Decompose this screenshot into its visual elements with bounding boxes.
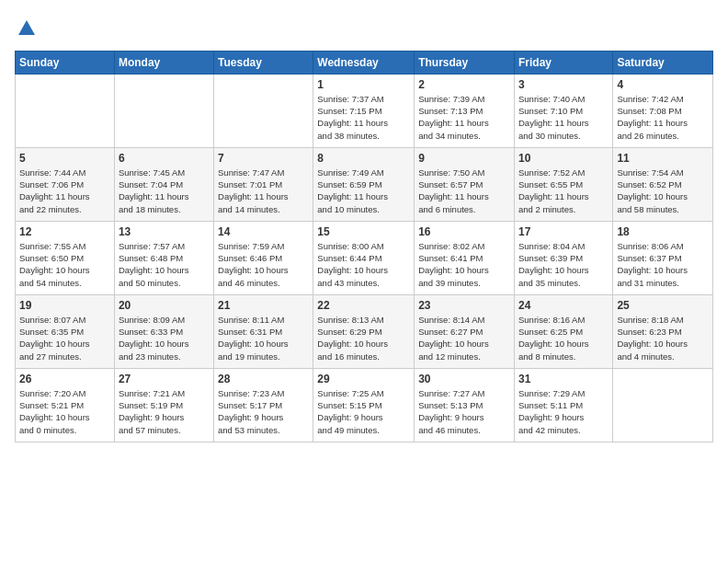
day-info: Sunrise: 7:54 AM Sunset: 6:52 PM Dayligh…	[617, 167, 709, 215]
calendar-cell: 19Sunrise: 8:07 AM Sunset: 6:35 PM Dayli…	[16, 294, 115, 368]
calendar-cell: 24Sunrise: 8:16 AM Sunset: 6:25 PM Dayli…	[514, 294, 612, 368]
day-of-week-friday: Friday	[514, 51, 612, 74]
day-number: 16	[418, 225, 510, 238]
calendar-cell	[114, 74, 213, 147]
day-info: Sunrise: 8:18 AM Sunset: 6:23 PM Dayligh…	[617, 314, 709, 362]
calendar-cell: 9Sunrise: 7:50 AM Sunset: 6:57 PM Daylig…	[415, 147, 515, 221]
day-info: Sunrise: 7:39 AM Sunset: 7:13 PM Dayligh…	[418, 93, 510, 142]
day-info: Sunrise: 8:00 AM Sunset: 6:44 PM Dayligh…	[317, 240, 410, 289]
day-number: 26	[19, 373, 110, 385]
day-info: Sunrise: 7:37 AM Sunset: 7:15 PM Dayligh…	[317, 93, 410, 142]
day-info: Sunrise: 7:45 AM Sunset: 7:04 PM Dayligh…	[119, 167, 210, 215]
day-info: Sunrise: 7:49 AM Sunset: 6:59 PM Dayligh…	[317, 167, 410, 215]
calendar-week-row: 5Sunrise: 7:44 AM Sunset: 7:06 PM Daylig…	[16, 147, 713, 221]
calendar-cell: 29Sunrise: 7:25 AM Sunset: 5:15 PM Dayli…	[313, 368, 415, 442]
day-number: 24	[518, 299, 609, 312]
calendar-cell: 10Sunrise: 7:52 AM Sunset: 6:55 PM Dayli…	[514, 147, 612, 221]
day-info: Sunrise: 7:21 AM Sunset: 5:19 PM Dayligh…	[119, 387, 210, 436]
calendar-cell: 7Sunrise: 7:47 AM Sunset: 7:01 PM Daylig…	[214, 147, 313, 221]
calendar-cell: 4Sunrise: 7:42 AM Sunset: 7:08 PM Daylig…	[613, 74, 713, 147]
day-of-week-monday: Monday	[114, 51, 213, 74]
calendar-week-row: 1Sunrise: 7:37 AM Sunset: 7:15 PM Daylig…	[16, 74, 713, 147]
day-info: Sunrise: 7:52 AM Sunset: 6:55 PM Dayligh…	[518, 167, 609, 215]
calendar-cell	[214, 74, 313, 147]
day-number: 29	[317, 373, 410, 385]
svg-marker-0	[18, 20, 35, 35]
calendar-cell: 27Sunrise: 7:21 AM Sunset: 5:19 PM Dayli…	[114, 368, 213, 442]
day-number: 28	[218, 373, 309, 385]
calendar-cell: 6Sunrise: 7:45 AM Sunset: 7:04 PM Daylig…	[114, 147, 213, 221]
day-info: Sunrise: 7:57 AM Sunset: 6:48 PM Dayligh…	[119, 240, 210, 289]
day-number: 10	[518, 152, 609, 165]
day-info: Sunrise: 8:16 AM Sunset: 6:25 PM Dayligh…	[518, 314, 609, 362]
calendar-cell: 28Sunrise: 7:23 AM Sunset: 5:17 PM Dayli…	[214, 368, 313, 442]
day-info: Sunrise: 7:40 AM Sunset: 7:10 PM Dayligh…	[518, 93, 609, 142]
day-info: Sunrise: 8:13 AM Sunset: 6:29 PM Dayligh…	[317, 314, 410, 362]
day-info: Sunrise: 8:07 AM Sunset: 6:35 PM Dayligh…	[19, 314, 110, 362]
day-of-week-tuesday: Tuesday	[214, 51, 313, 74]
calendar-cell: 30Sunrise: 7:27 AM Sunset: 5:13 PM Dayli…	[415, 368, 515, 442]
day-info: Sunrise: 7:20 AM Sunset: 5:21 PM Dayligh…	[19, 387, 110, 436]
calendar-cell: 21Sunrise: 8:11 AM Sunset: 6:31 PM Dayli…	[214, 294, 313, 368]
calendar-cell: 13Sunrise: 7:57 AM Sunset: 6:48 PM Dayli…	[114, 221, 213, 294]
day-info: Sunrise: 7:29 AM Sunset: 5:11 PM Dayligh…	[518, 387, 609, 436]
calendar-cell: 31Sunrise: 7:29 AM Sunset: 5:11 PM Dayli…	[514, 368, 612, 442]
day-number: 9	[418, 152, 510, 165]
day-number: 13	[119, 225, 210, 238]
day-number: 11	[617, 152, 709, 165]
day-info: Sunrise: 7:59 AM Sunset: 6:46 PM Dayligh…	[218, 240, 309, 289]
day-number: 3	[518, 78, 609, 91]
day-number: 19	[19, 299, 110, 312]
calendar-cell: 2Sunrise: 7:39 AM Sunset: 7:13 PM Daylig…	[415, 74, 515, 147]
day-number: 2	[418, 78, 510, 91]
days-header-row: SundayMondayTuesdayWednesdayThursdayFrid…	[16, 51, 713, 74]
day-info: Sunrise: 7:42 AM Sunset: 7:08 PM Dayligh…	[617, 93, 709, 142]
calendar-cell: 15Sunrise: 8:00 AM Sunset: 6:44 PM Dayli…	[313, 221, 415, 294]
day-number: 21	[218, 299, 309, 312]
day-number: 23	[418, 299, 510, 312]
day-of-week-wednesday: Wednesday	[313, 51, 415, 74]
day-info: Sunrise: 8:02 AM Sunset: 6:41 PM Dayligh…	[418, 240, 510, 289]
day-info: Sunrise: 7:23 AM Sunset: 5:17 PM Dayligh…	[218, 387, 309, 436]
calendar-cell: 22Sunrise: 8:13 AM Sunset: 6:29 PM Dayli…	[313, 294, 415, 368]
day-number: 25	[617, 299, 709, 312]
day-number: 27	[119, 373, 210, 385]
day-number: 31	[518, 373, 609, 385]
calendar-cell: 18Sunrise: 8:06 AM Sunset: 6:37 PM Dayli…	[613, 221, 713, 294]
calendar-cell: 25Sunrise: 8:18 AM Sunset: 6:23 PM Dayli…	[613, 294, 713, 368]
day-info: Sunrise: 7:47 AM Sunset: 7:01 PM Dayligh…	[218, 167, 309, 215]
day-of-week-sunday: Sunday	[16, 51, 115, 74]
day-info: Sunrise: 8:14 AM Sunset: 6:27 PM Dayligh…	[418, 314, 510, 362]
calendar-header	[15, 15, 713, 43]
calendar-cell: 5Sunrise: 7:44 AM Sunset: 7:06 PM Daylig…	[16, 147, 115, 221]
day-number: 17	[518, 225, 609, 238]
calendar-week-row: 26Sunrise: 7:20 AM Sunset: 5:21 PM Dayli…	[16, 368, 713, 442]
logo	[15, 18, 37, 43]
day-of-week-saturday: Saturday	[613, 51, 713, 74]
day-number: 20	[119, 299, 210, 312]
day-info: Sunrise: 8:04 AM Sunset: 6:39 PM Dayligh…	[518, 240, 609, 289]
calendar-cell: 16Sunrise: 8:02 AM Sunset: 6:41 PM Dayli…	[415, 221, 515, 294]
calendar-cell	[613, 368, 713, 442]
day-of-week-thursday: Thursday	[415, 51, 515, 74]
day-number: 18	[617, 225, 709, 238]
day-number: 30	[418, 373, 510, 385]
day-info: Sunrise: 8:06 AM Sunset: 6:37 PM Dayligh…	[617, 240, 709, 289]
day-info: Sunrise: 7:25 AM Sunset: 5:15 PM Dayligh…	[317, 387, 410, 436]
calendar-cell: 1Sunrise: 7:37 AM Sunset: 7:15 PM Daylig…	[313, 74, 415, 147]
calendar-week-row: 19Sunrise: 8:07 AM Sunset: 6:35 PM Dayli…	[16, 294, 713, 368]
day-info: Sunrise: 8:11 AM Sunset: 6:31 PM Dayligh…	[218, 314, 309, 362]
day-number: 8	[317, 152, 410, 165]
calendar-container: SundayMondayTuesdayWednesdayThursdayFrid…	[0, 0, 728, 450]
calendar-cell: 11Sunrise: 7:54 AM Sunset: 6:52 PM Dayli…	[613, 147, 713, 221]
day-number: 22	[317, 299, 410, 312]
calendar-cell: 12Sunrise: 7:55 AM Sunset: 6:50 PM Dayli…	[16, 221, 115, 294]
day-number: 14	[218, 225, 309, 238]
day-number: 15	[317, 225, 410, 238]
calendar-table: SundayMondayTuesdayWednesdayThursdayFrid…	[15, 51, 713, 442]
day-number: 6	[119, 152, 210, 165]
calendar-body: 1Sunrise: 7:37 AM Sunset: 7:15 PM Daylig…	[16, 74, 713, 442]
day-number: 7	[218, 152, 309, 165]
day-number: 5	[19, 152, 110, 165]
calendar-cell: 8Sunrise: 7:49 AM Sunset: 6:59 PM Daylig…	[313, 147, 415, 221]
